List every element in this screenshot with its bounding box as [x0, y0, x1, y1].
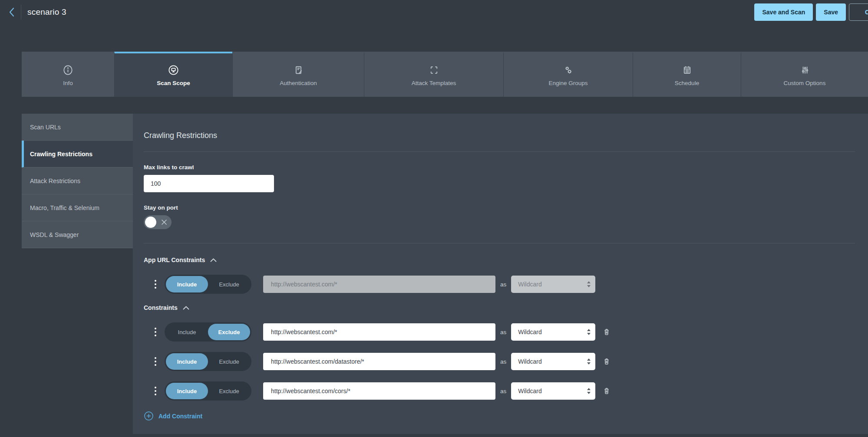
include-option[interactable]: Include	[166, 383, 208, 399]
page-title: scenario 3	[27, 7, 66, 17]
header-buttons: Save and Scan Save Cancel	[754, 3, 868, 21]
sidebar-item-crawling-restrictions[interactable]: Crawling Restrictions	[22, 141, 133, 168]
include-option[interactable]: Include	[166, 276, 208, 292]
tab-attack-templates[interactable]: Attack Templates	[364, 52, 503, 97]
constraint-row: Include Exclude as Wildcard	[144, 381, 855, 401]
delete-constraint-button[interactable]	[601, 356, 612, 367]
attack-templates-icon	[428, 64, 440, 76]
tab-schedule[interactable]: Schedule	[633, 52, 741, 97]
trash-icon	[601, 386, 612, 396]
kebab-menu-icon[interactable]	[152, 328, 158, 336]
constraint-row: Include Exclude as Wildcard	[144, 322, 855, 342]
exclude-option[interactable]: Exclude	[208, 383, 250, 399]
main-panel: Crawling Restrictions Max links to crawl…	[133, 114, 868, 434]
constraint-row: Include Exclude as Wildcard	[144, 352, 855, 371]
app-url-constraints-header[interactable]: App URL Constraints	[144, 256, 855, 263]
engine-groups-icon	[562, 64, 574, 76]
tab-label: Authentication	[280, 80, 317, 86]
select-value: Wildcard	[518, 281, 587, 288]
trash-icon	[601, 356, 612, 367]
app-url-constraints-rows: Include Exclude as Wildcard	[144, 275, 855, 294]
tab-label: Attack Templates	[412, 80, 456, 86]
add-constraint-button[interactable]: Add Constraint	[144, 411, 202, 421]
max-links-input[interactable]	[144, 175, 274, 192]
sidebar-item-macro-traffic-selenium[interactable]: Macro, Traffic & Selenium	[22, 194, 133, 221]
sidebar-item-scan-urls[interactable]: Scan URLs	[22, 114, 133, 141]
trash-icon	[601, 327, 612, 337]
workspace: Scan URLs Crawling Restrictions Attack R…	[22, 114, 868, 419]
match-type-select[interactable]: Wildcard	[511, 323, 595, 341]
section-title: App URL Constraints	[144, 256, 205, 263]
include-exclude-toggle: Include Exclude	[165, 275, 251, 294]
constraint-url-input	[263, 276, 495, 293]
panel-heading: Crawling Restrictions	[144, 131, 855, 140]
tab-bar: Info Scan Scope Authentication Attack Te…	[22, 52, 868, 97]
tab-label: Scan Scope	[157, 80, 190, 86]
exclude-option[interactable]: Exclude	[208, 324, 250, 340]
max-links-label: Max links to crawl	[144, 164, 855, 171]
constraint-url-input[interactable]	[263, 382, 495, 400]
stepper-icon	[587, 388, 591, 394]
sidebar: Scan URLs Crawling Restrictions Attack R…	[22, 114, 133, 248]
section-title: Constraints	[144, 304, 178, 311]
circle-plus-icon	[144, 411, 154, 421]
as-label: as	[500, 358, 506, 365]
as-label: as	[500, 281, 506, 288]
tab-engine-groups[interactable]: Engine Groups	[503, 52, 633, 97]
add-constraint-label: Add Constraint	[158, 413, 202, 420]
constraints-header[interactable]: Constraints	[144, 304, 855, 311]
stepper-icon	[587, 358, 591, 365]
cancel-button[interactable]: Cancel	[849, 3, 868, 21]
tab-authentication[interactable]: Authentication	[232, 52, 364, 97]
header-divider	[21, 5, 21, 20]
schedule-icon	[681, 64, 693, 76]
constraint-url-input[interactable]	[263, 353, 495, 370]
include-exclude-toggle: Include Exclude	[165, 381, 251, 401]
constraints-rows: Include Exclude as Wildcard	[144, 322, 855, 421]
kebab-menu-icon[interactable]	[152, 280, 158, 289]
tab-info[interactable]: Info	[22, 52, 114, 97]
sidebar-item-wsdl-swagger[interactable]: WSDL & Swagger	[22, 221, 133, 248]
toggle-x-icon	[161, 219, 168, 226]
save-button[interactable]: Save	[816, 3, 846, 21]
match-type-select[interactable]: Wildcard	[511, 353, 595, 370]
include-option[interactable]: Include	[166, 353, 208, 370]
delete-constraint-button[interactable]	[601, 327, 612, 337]
back-button[interactable]	[6, 6, 17, 19]
save-and-scan-button[interactable]: Save and Scan	[754, 3, 813, 21]
as-label: as	[500, 388, 506, 394]
sidebar-item-attack-restrictions[interactable]: Attack Restrictions	[22, 168, 133, 194]
back-chevron-icon	[7, 7, 16, 18]
stepper-icon	[587, 329, 591, 335]
authentication-icon	[293, 64, 304, 76]
select-value: Wildcard	[518, 329, 587, 335]
stepper-icon	[587, 281, 591, 288]
constraint-url-input[interactable]	[263, 323, 495, 341]
exclude-option[interactable]: Exclude	[208, 353, 250, 370]
include-exclude-toggle: Include Exclude	[165, 352, 251, 371]
include-exclude-toggle: Include Exclude	[165, 322, 251, 342]
divider	[144, 243, 855, 243]
app-url-constraint-row: Include Exclude as Wildcard	[144, 275, 855, 294]
divider	[144, 151, 855, 152]
exclude-option[interactable]: Exclude	[208, 276, 250, 292]
stay-on-port-toggle[interactable]	[144, 215, 172, 229]
kebab-menu-icon[interactable]	[152, 357, 158, 366]
as-label: as	[500, 329, 506, 335]
chevron-up-icon	[183, 306, 189, 310]
custom-options-icon	[799, 64, 811, 76]
include-option[interactable]: Include	[166, 324, 208, 340]
kebab-menu-icon[interactable]	[152, 387, 158, 395]
select-value: Wildcard	[518, 388, 587, 394]
match-type-select[interactable]: Wildcard	[511, 382, 595, 400]
info-icon	[62, 64, 74, 76]
chevron-up-icon	[210, 258, 217, 262]
tab-scan-scope[interactable]: Scan Scope	[114, 52, 232, 97]
delete-constraint-button[interactable]	[601, 386, 612, 396]
match-type-select: Wildcard	[511, 276, 595, 293]
tab-label: Schedule	[675, 80, 699, 86]
select-value: Wildcard	[518, 358, 587, 365]
tab-custom-options[interactable]: Custom Options	[741, 52, 868, 97]
tab-label: Custom Options	[784, 80, 826, 86]
scan-scope-icon	[168, 64, 179, 76]
